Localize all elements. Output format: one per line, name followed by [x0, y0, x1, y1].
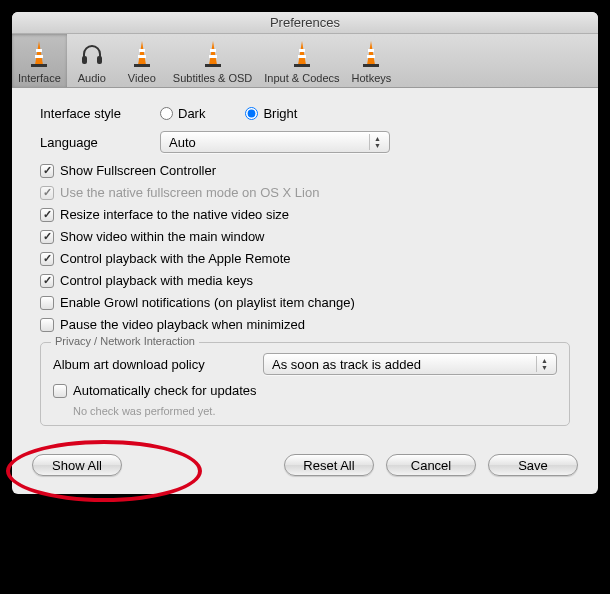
button-bar: Show All Reset All Cancel Save [12, 440, 598, 494]
cone-icon [197, 38, 229, 70]
chevron-updown-icon: ▲▼ [369, 134, 385, 150]
tab-input-codecs[interactable]: Input & Codecs [258, 34, 345, 87]
svg-rect-16 [363, 64, 379, 67]
checkbox-icon[interactable] [53, 384, 67, 398]
radio-dark-label: Dark [178, 106, 205, 121]
svg-rect-13 [294, 64, 310, 67]
window-title: Preferences [270, 15, 340, 30]
svg-rect-8 [210, 49, 216, 52]
cone-icon [126, 38, 158, 70]
update-hint: No check was performed yet. [73, 405, 557, 417]
show-all-button[interactable]: Show All [32, 454, 122, 476]
language-select[interactable]: Auto ▲▼ [160, 131, 390, 153]
cone-icon [355, 38, 387, 70]
checkbox-icon[interactable] [40, 252, 54, 266]
svg-rect-7 [134, 64, 150, 67]
language-value: Auto [169, 135, 196, 150]
cancel-button[interactable]: Cancel [386, 454, 476, 476]
svg-rect-1 [35, 55, 43, 58]
content-pane: Interface style Dark Bright Language Aut… [12, 88, 598, 440]
svg-rect-11 [299, 49, 305, 52]
check-growl[interactable]: Enable Growl notifications (on playlist … [40, 295, 570, 310]
svg-rect-14 [368, 49, 374, 52]
svg-rect-9 [209, 55, 217, 58]
album-art-select[interactable]: As soon as track is added ▲▼ [263, 353, 557, 375]
radio-dark-input[interactable] [160, 107, 173, 120]
svg-rect-6 [138, 55, 146, 58]
radio-bright-label: Bright [263, 106, 297, 121]
chevron-updown-icon: ▲▼ [536, 356, 552, 372]
svg-rect-10 [205, 64, 221, 67]
titlebar: Preferences [12, 12, 598, 34]
tab-label: Hotkeys [352, 72, 392, 84]
tab-label: Video [128, 72, 156, 84]
check-label: Pause the video playback when minimized [60, 317, 305, 332]
tab-hotkeys[interactable]: Hotkeys [346, 34, 398, 87]
tab-label: Interface [18, 72, 61, 84]
checkbox-icon [40, 186, 54, 200]
cone-icon [23, 38, 55, 70]
interface-style-label: Interface style [40, 106, 160, 121]
tab-subtitles[interactable]: Subtitles & OSD [167, 34, 258, 87]
checkbox-icon[interactable] [40, 208, 54, 222]
privacy-group-title: Privacy / Network Interaction [51, 335, 199, 347]
radio-bright-input[interactable] [245, 107, 258, 120]
check-label: Show video within the main window [60, 229, 265, 244]
tab-audio[interactable]: Audio [67, 34, 117, 87]
check-auto-updates[interactable]: Automatically check for updates [53, 383, 557, 398]
toolbar: Interface Audio Video Subtitles & OSD In… [12, 34, 598, 88]
album-art-value: As soon as track is added [272, 357, 421, 372]
check-label: Control playback with media keys [60, 273, 253, 288]
checkbox-icon[interactable] [40, 164, 54, 178]
button-label: Show All [52, 458, 102, 473]
check-media-keys[interactable]: Control playback with media keys [40, 273, 570, 288]
check-label: Resize interface to the native video siz… [60, 207, 289, 222]
tab-label: Input & Codecs [264, 72, 339, 84]
check-resize-interface[interactable]: Resize interface to the native video siz… [40, 207, 570, 222]
cone-icon [286, 38, 318, 70]
check-label: Automatically check for updates [73, 383, 257, 398]
tab-video[interactable]: Video [117, 34, 167, 87]
tab-interface[interactable]: Interface [12, 34, 67, 87]
check-label: Show Fullscreen Controller [60, 163, 216, 178]
checkbox-icon[interactable] [40, 274, 54, 288]
tab-label: Subtitles & OSD [173, 72, 252, 84]
preferences-window: Preferences Interface Audio Video Subtit… [12, 12, 598, 494]
check-apple-remote[interactable]: Control playback with the Apple Remote [40, 251, 570, 266]
svg-rect-5 [139, 49, 145, 52]
radio-dark[interactable]: Dark [160, 106, 205, 121]
checkbox-icon[interactable] [40, 296, 54, 310]
check-video-main-window[interactable]: Show video within the main window [40, 229, 570, 244]
check-label: Control playback with the Apple Remote [60, 251, 291, 266]
svg-rect-15 [367, 55, 375, 58]
check-label: Enable Growl notifications (on playlist … [60, 295, 355, 310]
check-fullscreen-controller[interactable]: Show Fullscreen Controller [40, 163, 570, 178]
language-label: Language [40, 135, 160, 150]
button-label: Reset All [303, 458, 354, 473]
save-button[interactable]: Save [488, 454, 578, 476]
reset-all-button[interactable]: Reset All [284, 454, 374, 476]
album-art-label: Album art download policy [53, 357, 263, 372]
headphones-icon [76, 38, 108, 70]
checkbox-icon[interactable] [40, 318, 54, 332]
tab-label: Audio [78, 72, 106, 84]
svg-rect-0 [36, 49, 42, 52]
check-pause-minimized[interactable]: Pause the video playback when minimized [40, 317, 570, 332]
svg-rect-2 [31, 64, 47, 67]
button-label: Save [518, 458, 548, 473]
svg-rect-12 [298, 55, 306, 58]
svg-rect-3 [82, 56, 87, 64]
radio-bright[interactable]: Bright [245, 106, 297, 121]
check-label: Use the native fullscreen mode on OS X L… [60, 185, 319, 200]
button-label: Cancel [411, 458, 451, 473]
checkbox-icon[interactable] [40, 230, 54, 244]
privacy-group: Privacy / Network Interaction Album art … [40, 342, 570, 426]
svg-rect-4 [97, 56, 102, 64]
check-native-fullscreen: Use the native fullscreen mode on OS X L… [40, 185, 570, 200]
